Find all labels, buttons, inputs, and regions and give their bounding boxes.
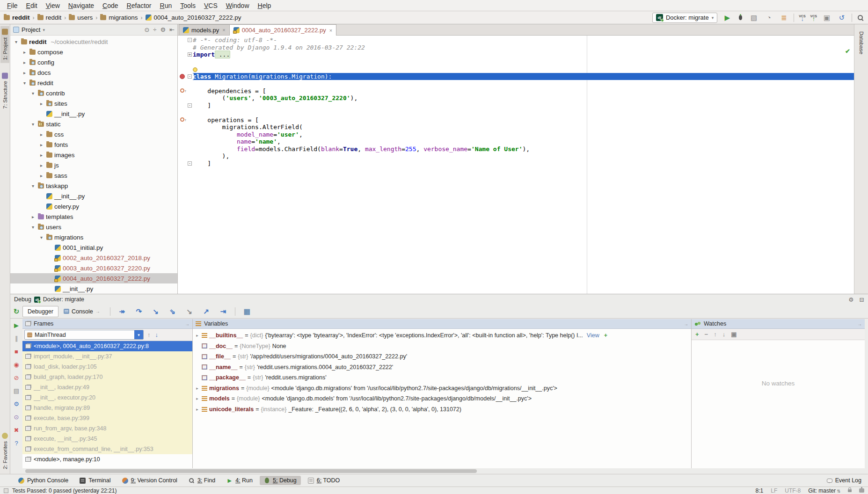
menu-window[interactable]: Window xyxy=(222,2,254,9)
editor-gutter[interactable] xyxy=(178,109,193,116)
step-into-button[interactable]: ↘ xyxy=(151,308,161,315)
show-execution-point-button[interactable]: ↠ xyxy=(117,308,127,315)
chevron-down-icon[interactable]: ▾ xyxy=(30,122,36,127)
chevron-right-icon[interactable]: ▸ xyxy=(38,101,44,106)
chevron-right-icon[interactable]: ▸ xyxy=(195,407,200,412)
editor-gutter[interactable]: - xyxy=(178,73,193,80)
lock-icon[interactable] xyxy=(848,489,852,492)
variable-row[interactable]: __name__ = {str}'reddit.users.migrations… xyxy=(193,362,691,373)
frame-row[interactable]: handle, migrate.py:89 xyxy=(22,403,192,413)
chevron-right-icon[interactable]: ▸ xyxy=(195,396,200,401)
frame-row[interactable]: __init__, executor.py:20 xyxy=(22,392,192,403)
smart-step-into-button[interactable]: ↘ xyxy=(184,308,195,315)
variable-row[interactable]: __file__ = {str}'/app/reddit/users/migra… xyxy=(193,351,691,362)
code-text[interactable]: model_name='user', xyxy=(193,131,854,138)
hide-debug-window-button[interactable]: ⊟ xyxy=(860,296,864,303)
debug-gear-button[interactable]: ⚙ xyxy=(14,400,19,407)
tree-item[interactable]: ▸templates xyxy=(10,211,177,222)
copy-watch-button[interactable]: ▣ xyxy=(731,331,737,338)
frame-row[interactable]: execute, __init__.py:345 xyxy=(22,434,192,444)
pin-button[interactable]: ⊙ xyxy=(14,414,19,421)
tree-item[interactable]: ▸docs xyxy=(10,67,177,78)
tree-item[interactable]: ▾static xyxy=(10,119,177,129)
editor-gutter[interactable] xyxy=(178,65,193,73)
frame-row[interactable]: load_disk, loader.py:105 xyxy=(22,362,192,372)
chevron-right-icon[interactable]: ▸ xyxy=(195,333,200,338)
tree-item[interactable]: ▾users xyxy=(10,222,177,232)
variable-row[interactable]: ▸__builtins__ = {dict}{'bytearray': <typ… xyxy=(193,330,691,341)
frame-row[interactable]: import_module, __init__.py:37 xyxy=(22,351,192,362)
status-8-1[interactable]: 8:1 xyxy=(756,487,764,494)
code-text[interactable]: # Generated by Django 1.9.4 on 2016-03-2… xyxy=(193,44,854,51)
status-message[interactable]: Tests Passed: 0 passed (yesterday 22:21) xyxy=(12,487,117,494)
chevron-right-icon[interactable]: ▸ xyxy=(22,60,28,65)
help-button[interactable]: ? xyxy=(15,440,18,447)
chevron-right-icon[interactable]: ▸ xyxy=(38,153,44,158)
chevron-down-icon[interactable]: ▾ xyxy=(13,39,19,44)
code-text[interactable]: # -*- coding: utf-8 -*- xyxy=(193,36,854,44)
tool-window-button-terminal[interactable]: Terminal xyxy=(75,476,115,485)
tree-item[interactable]: 0003_auto_20160327_2220.py xyxy=(10,263,177,273)
variable-row[interactable]: ▸unicode_literals = {instance}_Feature: … xyxy=(193,404,691,415)
editor-gutter[interactable] xyxy=(178,124,193,131)
breadcrumb-item[interactable]: reddit xyxy=(4,14,30,21)
move-watch-down-button[interactable]: ↓ xyxy=(722,331,726,338)
menu-help[interactable]: Help xyxy=(254,2,276,9)
code-text[interactable]: ('users', '0003_auto_20160327_2220'), xyxy=(193,94,854,102)
frame-down-button[interactable]: ↓ xyxy=(155,331,159,338)
menu-code[interactable]: Code xyxy=(98,2,122,9)
chevron-down-icon[interactable]: ▾ xyxy=(30,183,36,189)
editor-gutter[interactable]: - xyxy=(178,160,193,167)
tree-item[interactable]: celery.py xyxy=(10,201,177,211)
chevron-right-icon[interactable]: ▸ xyxy=(30,214,36,219)
intention-bulb-icon[interactable] xyxy=(193,67,197,72)
editor-gutter[interactable] xyxy=(178,116,193,124)
vcs-update-button[interactable]: VCS↓ xyxy=(799,15,805,21)
chevron-right-icon[interactable]: ▸ xyxy=(195,386,200,391)
coverage-button[interactable]: ▧ xyxy=(749,14,759,21)
project-settings-button[interactable]: ⚙ xyxy=(160,26,166,33)
run-button[interactable]: ▶ xyxy=(722,14,732,21)
menu-file[interactable]: File xyxy=(3,2,22,9)
tool-window-button-3-find[interactable]: 3: Find xyxy=(184,476,219,485)
add-watch-button[interactable]: + xyxy=(695,331,699,338)
tree-item[interactable]: ▸images xyxy=(10,150,177,160)
menu-vcs[interactable]: VCS xyxy=(200,2,222,9)
code-text[interactable]: import ... xyxy=(193,51,854,58)
variable-row[interactable]: __package__ = {str}'reddit.users.migrati… xyxy=(193,372,691,383)
code-text[interactable] xyxy=(193,58,854,66)
code-line[interactable]: - ] xyxy=(178,102,854,109)
variable-row[interactable]: ▸models = {module}<module 'django.db.mod… xyxy=(193,393,691,404)
menu-navigate[interactable]: Navigate xyxy=(64,2,98,9)
chevron-right-icon[interactable]: ▸ xyxy=(38,132,44,137)
tree-item[interactable]: ▾reddit~/cookiecutter/reddit xyxy=(10,36,177,47)
chevron-right-icon[interactable]: ▸ xyxy=(22,50,28,55)
step-out-button[interactable]: ↗ xyxy=(201,308,212,315)
editor-gutter[interactable] xyxy=(178,94,193,102)
hide-panel-button[interactable]: ⇤ xyxy=(169,26,175,33)
code-line[interactable]: -# -*- coding: utf-8 -*- xyxy=(178,36,854,44)
tree-item[interactable]: 0004_auto_20160327_2222.py xyxy=(10,273,177,283)
menu-edit[interactable]: Edit xyxy=(22,2,42,9)
status-lf[interactable]: LF xyxy=(771,487,777,494)
tool-strip-button-2-favorites[interactable]: 2: Favorites xyxy=(0,430,9,472)
tree-item[interactable]: 0002_auto_20160327_2018.py xyxy=(10,253,177,263)
close-icon[interactable]: × xyxy=(329,28,332,33)
tool-strip-button-1-project[interactable]: 1: Project xyxy=(0,26,9,63)
tool-window-button-6-todo[interactable]: 6: TODO xyxy=(304,476,344,485)
restore-layout-button[interactable]: ▤ xyxy=(14,387,19,394)
show-changes-button[interactable]: ▣ xyxy=(822,14,832,21)
chevron-right-icon[interactable]: ▸ xyxy=(38,173,44,178)
code-line[interactable] xyxy=(178,80,854,87)
thread-combo[interactable]: MainThread ▾ xyxy=(24,330,144,340)
code-text[interactable]: ] xyxy=(193,102,854,109)
editor-gutter[interactable] xyxy=(178,44,193,51)
code-line[interactable] xyxy=(178,58,854,66)
code-line[interactable]: # Generated by Django 1.9.4 on 2016-03-2… xyxy=(178,44,854,51)
tree-item[interactable]: ▾taskapp xyxy=(10,181,177,191)
menu-refactor[interactable]: Refactor xyxy=(123,2,156,9)
frame-row[interactable]: <module>, 0004_auto_20160327_2222.py:8 xyxy=(22,341,192,351)
code-text[interactable]: class Migration(migrations.Migration): xyxy=(193,73,854,80)
editor-gutter[interactable]: - xyxy=(178,36,193,44)
tree-item[interactable]: ▸sites xyxy=(10,98,177,109)
